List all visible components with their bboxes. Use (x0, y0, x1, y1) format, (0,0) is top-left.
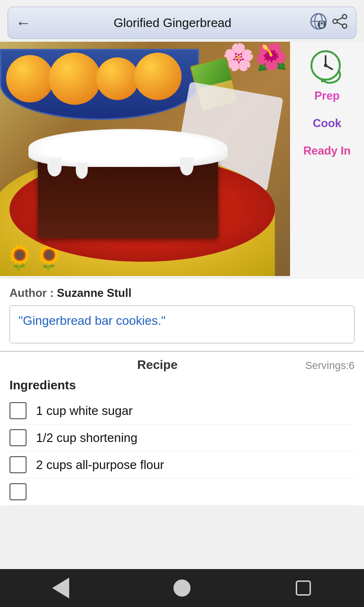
svg-rect-4 (320, 24, 324, 28)
top-bar: ← Glorified Gingerbread (8, 7, 356, 39)
nav-home-button[interactable] (168, 574, 196, 602)
author-line: Author : Suzanne Stull (9, 286, 355, 300)
author-name: Suzanne Stull (57, 286, 131, 299)
recipe-label: Recipe (9, 358, 305, 372)
ingredient-text-3: 2 cups all-purpose flour (36, 458, 164, 472)
food-image: 🌸🌺 🌻🌻 (0, 42, 290, 276)
recipe-header: Recipe Servings:6 (0, 352, 364, 374)
svg-line-8 (337, 18, 343, 20)
svg-point-13 (324, 64, 328, 67)
meta-area: Author : Suzanne Stull "Gingerbread bar … (0, 279, 364, 351)
author-prefix: Author : (9, 286, 57, 299)
right-panel: Prep Cook Ready In (290, 42, 364, 279)
svg-point-6 (333, 19, 337, 23)
ingredient-text-2: 1/2 cup shortening (36, 431, 137, 445)
prep-label: Prep (314, 89, 339, 102)
nav-back-button[interactable] (46, 574, 75, 602)
bottom-nav (0, 569, 364, 607)
ingredient-checkbox-4[interactable] (9, 483, 27, 500)
ingredients-title: Ingredients (9, 378, 355, 393)
svg-line-9 (337, 22, 343, 25)
ingredient-checkbox-2[interactable] (9, 429, 27, 446)
cook-label: Cook (313, 117, 341, 130)
recipe-description: "Gingerbread bar cookies." (9, 305, 355, 343)
top-bar-icons (309, 12, 348, 34)
ingredient-item: 2 cups all-purpose flour (9, 451, 355, 478)
ingredient-checkbox-3[interactable] (9, 456, 27, 473)
ready-label: Ready In (303, 144, 351, 157)
ingredient-checkbox-1[interactable] (9, 402, 27, 419)
ingredient-text-1: 1 cup white sugar (36, 404, 133, 418)
ingredients-section: Ingredients 1 cup white sugar 1/2 cup sh… (0, 374, 364, 506)
clock-icon (306, 46, 348, 89)
globe-icon[interactable] (309, 12, 328, 34)
nav-recent-button[interactable] (289, 574, 318, 602)
share-icon[interactable] (331, 13, 348, 33)
ingredient-item (9, 478, 355, 506)
back-button[interactable]: ← (16, 14, 31, 32)
content-area: 🌸🌺 🌻🌻 P (0, 42, 364, 279)
page-title: Glorified Gingerbread (36, 16, 309, 30)
ingredient-item: 1 cup white sugar (9, 397, 355, 424)
svg-point-5 (343, 14, 347, 18)
svg-point-7 (343, 24, 347, 28)
ingredient-item: 1/2 cup shortening (9, 424, 355, 451)
servings-label: Servings:6 (305, 359, 355, 372)
